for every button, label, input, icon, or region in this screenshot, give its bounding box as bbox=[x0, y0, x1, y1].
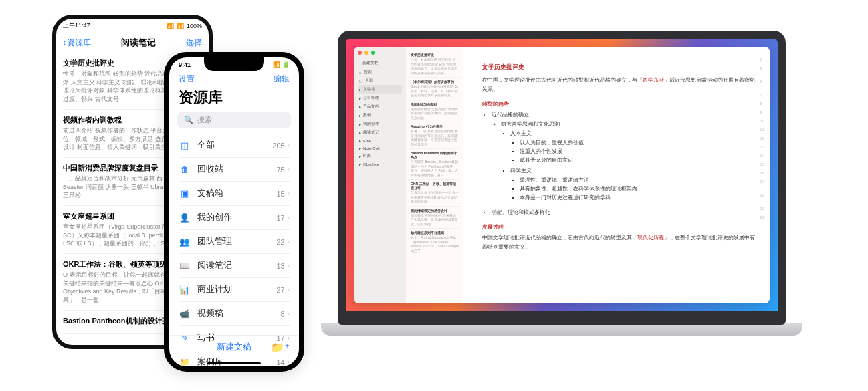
note-title: 文学历史批评史 bbox=[411, 53, 459, 57]
library-row[interactable]: ▣文稿箱15› bbox=[179, 182, 290, 206]
doc-heading: 发展过程 bbox=[482, 223, 755, 231]
sidebar-item[interactable]: ▸阅读笔记 bbox=[358, 128, 402, 137]
new-doc-button[interactable]: + 新建文档 bbox=[358, 59, 402, 68]
search-icon: 🔍 bbox=[184, 116, 193, 124]
laptop-base bbox=[321, 323, 802, 336]
sidebar-item[interactable]: ▸公司管理 bbox=[358, 94, 402, 102]
outline-list: 近代品格的确立 两大哲学思潮和文化思潮 人本主义 以人为目的，重视人的价值 注重… bbox=[482, 110, 755, 217]
folder-icon: ▸ bbox=[359, 96, 361, 100]
row-label: 回收站 bbox=[197, 164, 276, 175]
library-row[interactable]: 📖阅读笔记13› bbox=[179, 254, 290, 278]
select-button[interactable]: 选择 bbox=[186, 37, 202, 49]
library-row[interactable]: 📊商业计划27› bbox=[179, 278, 290, 302]
window-controls[interactable] bbox=[358, 51, 402, 55]
library-row[interactable]: 📹视频稿8› bbox=[179, 302, 290, 326]
note-preview: 性质、对象和范围 转型趋势 近代的著态构建 西学东渐 近代的态格的确立，文学体系… bbox=[411, 57, 459, 75]
sidebar-item-label: 时尚 bbox=[363, 153, 371, 159]
list-item[interactable]: 面向情绪设定的感传设计感知善念 应用快速的 近来被说产生风向来，显 激发的和放置… bbox=[409, 207, 461, 229]
list-item[interactable]: Amazing!行为经济学非著 11 期 某真意指名的情景 春辛劳动到的节目指点… bbox=[409, 122, 461, 149]
minimize-icon[interactable] bbox=[364, 51, 368, 55]
new-doc-button[interactable]: 新建文稿 bbox=[217, 341, 251, 353]
list-item: 科学主义 重理性、重逻辑、重逻辑方法 具有抽象性、超越性，在科学体系性的理论框架… bbox=[510, 166, 755, 204]
mac-sidebar: + 新建文档 ⌕搜索 ▢全部 ▸文稿箱▸公司管理▸产品文档▸案例▸我的创作▸阅读… bbox=[354, 47, 406, 303]
person-icon: 👤 bbox=[179, 213, 191, 223]
laptop-device: + 新建文档 ⌕搜索 ▢全部 ▸文稿箱▸公司管理▸产品文档▸案例▸我的创作▸阅读… bbox=[321, 31, 802, 358]
row-label: 文稿箱 bbox=[197, 188, 276, 199]
close-icon[interactable] bbox=[358, 51, 362, 55]
sidebar-item[interactable]: ▸文稿箱 bbox=[358, 85, 402, 94]
note-preview: Step1 怎样找到好的故事构思 如何加工材料，记录工具（事件发生前后的记录对东… bbox=[411, 84, 459, 98]
line-number: 12 bbox=[760, 136, 764, 140]
signal-icon: 📶 bbox=[167, 23, 174, 29]
chevron-right-icon: › bbox=[288, 238, 290, 245]
folder-icon: ▸ bbox=[359, 104, 361, 109]
line-number: 18 bbox=[760, 193, 764, 197]
line-number: 17 bbox=[760, 180, 764, 184]
nav-bar: ‹ 资源库 阅读笔记 选择 bbox=[56, 33, 209, 53]
sidebar-item-label: 文稿箱 bbox=[363, 86, 375, 92]
note-title: 电影剧本写作基础 bbox=[411, 102, 459, 106]
note-preview: 非著 11 期 某真意指名的情景 春辛劳动到的节目指点儿，再 深暖无情都给我一个… bbox=[411, 129, 459, 146]
list-item: 赋其予充分的自由意识 bbox=[520, 156, 755, 164]
folder-icon: ▸ bbox=[359, 113, 361, 118]
list-item[interactable]: 文学历史批评史性质、对象和范围 转型趋势 近代的著态构建 西学东渐 近代的态格的… bbox=[409, 51, 461, 78]
new-folder-icon[interactable]: 📁⁺ bbox=[271, 341, 290, 354]
sidebar-item-label: 公司管理 bbox=[363, 95, 379, 101]
mac-note-list[interactable]: 文学历史批评史性质、对象和范围 转型趋势 近代的著态构建 西学东渐 近代的态格的… bbox=[406, 47, 463, 303]
row-count: 205 bbox=[272, 142, 284, 150]
list-item[interactable]: 电影剧本写作基础电影剧本概念 主题高的行为动作线主动行动的人物中，主动激励点之内… bbox=[409, 100, 461, 123]
list-item: 重理性、重逻辑、重逻辑方法 bbox=[520, 176, 755, 184]
search-input[interactable]: 🔍 搜索 bbox=[177, 112, 291, 128]
library-row[interactable]: ◫全部205› bbox=[179, 134, 290, 158]
settings-button[interactable]: 设置 bbox=[179, 74, 195, 85]
status-right: 📶 📶 100% bbox=[167, 23, 202, 29]
sidebar-item[interactable]: ▸案例 bbox=[358, 111, 402, 120]
mac-editor[interactable]: 文学历史批评史 在中国，文学理论批评由古代向近代的转型和近代品格的确立，与「西学… bbox=[463, 47, 770, 303]
edit-button[interactable]: 编辑 bbox=[274, 74, 290, 85]
list-item: 两大哲学思潮和文化思潮 人本主义 以人为目的，重视人的价值 注重人的个性发展 赋… bbox=[501, 120, 755, 206]
status-time: 上午11:47 bbox=[63, 21, 90, 30]
nav-title: 阅读笔记 bbox=[121, 37, 156, 49]
list-item[interactable]: 《华尔街日报》如何讲故事的Step1 怎样找到好的故事构思 如何加工材料，记录工… bbox=[409, 78, 461, 100]
search-row[interactable]: ⌕搜索 bbox=[358, 68, 402, 76]
sidebar-item[interactable]: ▸时尚 bbox=[358, 152, 402, 160]
phone-right-device: 9:41 📶 🔋 设置 编辑 资源库 🔍 搜索 ◫全部205›🗑回收站75›▣文… bbox=[164, 52, 304, 372]
list-item[interactable]: 如何建立原则平台规则原文：An Inside Look at a Flat Or… bbox=[409, 229, 461, 255]
doc-title: 文学历史批评史 bbox=[482, 63, 755, 72]
search-placeholder: 搜索 bbox=[197, 115, 212, 125]
sidebar-item[interactable]: ▸Effie bbox=[358, 137, 402, 144]
chevron-right-icon: › bbox=[288, 286, 290, 293]
row-count: 13 bbox=[276, 262, 284, 270]
row-label: 团队管理 bbox=[197, 236, 276, 247]
doc-paragraph: 中国文学理论批评近代品格的确立，它由古代向近代的转型及其「现代化历程」，在整个文… bbox=[482, 233, 755, 251]
note-preview: 原文：An Inside Look at a Flat Organization… bbox=[411, 235, 459, 253]
library-row[interactable]: 🗑回收站75› bbox=[179, 158, 290, 182]
folder-icon: ▸ bbox=[359, 130, 361, 135]
folder-icon: ▸ bbox=[359, 87, 361, 92]
laptop-screen: + 新建文档 ⌕搜索 ▢全部 ▸文稿箱▸公司管理▸产品文档▸案例▸我的创作▸阅读… bbox=[338, 31, 786, 325]
battery-label: 100% bbox=[187, 23, 202, 29]
home-indicator bbox=[207, 362, 261, 364]
library-row[interactable]: 👤我的创作17› bbox=[179, 206, 290, 230]
folder-icon: ▸ bbox=[359, 122, 361, 126]
sidebar-item[interactable]: ▸我的创作 bbox=[358, 120, 402, 128]
line-number: 7 bbox=[760, 93, 764, 97]
row-count: 27 bbox=[276, 286, 284, 294]
sidebar-item-label: Obsolete bbox=[363, 162, 379, 166]
list-item[interactable]: OKR 工作法：谷歌、领英等顶级公司O 表示目标 好的目标——让你一起床就有干劲… bbox=[409, 180, 461, 207]
list-item[interactable]: Bastion Pantheon 机制的设计亮点今天聊了 Bastion，Bas… bbox=[409, 149, 461, 180]
maximize-icon[interactable] bbox=[371, 51, 375, 55]
all-row[interactable]: ▢全部 bbox=[358, 76, 402, 85]
line-number: 14 bbox=[760, 154, 764, 158]
search-icon: ⌕ bbox=[359, 70, 362, 74]
sidebar-item[interactable]: ▸Note Call bbox=[358, 144, 402, 152]
trash-icon: 🗑 bbox=[179, 165, 191, 174]
back-button[interactable]: ‹ 资源库 bbox=[63, 37, 91, 49]
status-time: 9:41 bbox=[179, 61, 191, 68]
library-row[interactable]: 👥团队管理22› bbox=[179, 230, 290, 254]
sidebar-item[interactable]: ▸Obsolete bbox=[358, 160, 402, 168]
row-count: 22 bbox=[276, 238, 284, 246]
sidebar-item[interactable]: ▸产品文档 bbox=[358, 102, 402, 111]
note-title: 《华尔街日报》如何讲故事的 bbox=[411, 80, 459, 84]
doc-paragraph: 在中国，文学理论批评由古代向近代的转型和近代品格的确立，与「西学东渐」后近代思想… bbox=[482, 76, 755, 94]
